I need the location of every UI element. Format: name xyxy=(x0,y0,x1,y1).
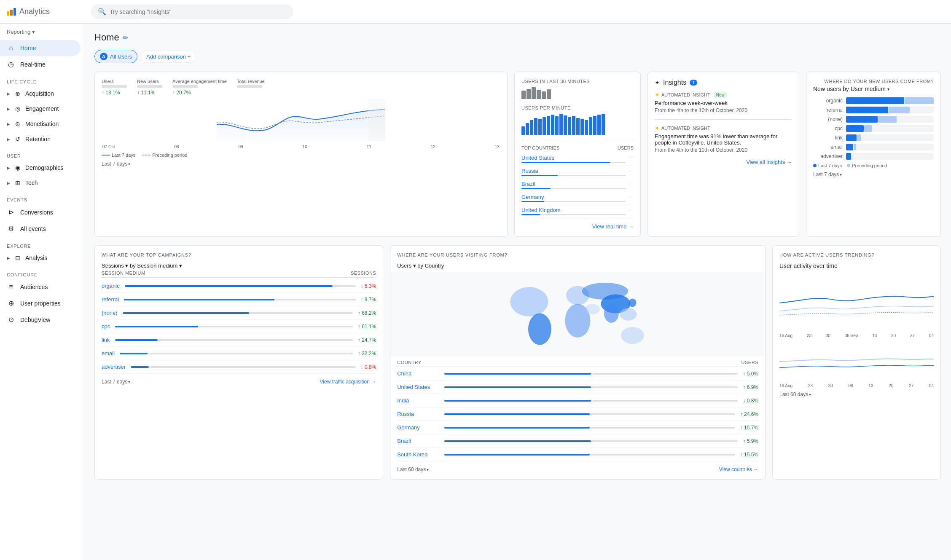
date-range-dropdown[interactable]: Last 7 days ▾ xyxy=(102,161,130,167)
map-date-dropdown[interactable]: Last 60 days ▾ xyxy=(397,466,429,472)
chart-label-1: 08 xyxy=(174,145,179,149)
sidebar-item-home[interactable]: ⌂ Home xyxy=(0,40,81,56)
date-range-label: Last 7 days xyxy=(102,161,127,167)
map-row-bar-bg xyxy=(444,454,735,456)
sidebar-item-conversions[interactable]: ⊳ Conversions xyxy=(0,204,81,220)
search-bar[interactable]: 🔍 xyxy=(91,4,293,19)
axis-label: 23 xyxy=(808,383,813,388)
svg-point-18 xyxy=(585,304,600,314)
sidebar-item-tech[interactable]: ▶ ⊞ Tech xyxy=(0,175,84,190)
map-country-name[interactable]: Brazil xyxy=(397,438,439,444)
sidebar-item-acquisition[interactable]: ▶ ⊕ Acquisition xyxy=(0,86,84,101)
row-label[interactable]: organic xyxy=(102,283,120,289)
row-value: ↑ 24.7% xyxy=(358,337,376,343)
map-country-name[interactable]: South Korea xyxy=(397,451,439,458)
country-users-value: — xyxy=(626,207,634,216)
row-label[interactable]: cpc xyxy=(102,323,110,330)
auto-label-text-1: AUTOMATED INSIGHT xyxy=(661,126,710,131)
page-title: Home xyxy=(94,32,119,43)
row-label[interactable]: referral xyxy=(102,296,119,303)
sidebar-item-monetisation[interactable]: ▶ ⊙ Monetisation xyxy=(0,116,84,131)
logo-bar1 xyxy=(7,11,9,16)
arrow-icon: ▶ xyxy=(7,107,10,111)
sidebar-item-retention[interactable]: ▶ ↺ Retention xyxy=(0,131,84,147)
map-country-name[interactable]: United States xyxy=(397,384,439,390)
users-last30-title: USERS IN LAST 30 MINUTES xyxy=(521,79,634,84)
hbar-fill-blue xyxy=(846,97,904,104)
audiences-icon: ≡ xyxy=(7,283,15,291)
country-users-value: — xyxy=(626,181,634,190)
edit-icon[interactable]: ✏ xyxy=(123,34,128,42)
hbar-row: advertiser xyxy=(813,153,934,160)
campaigns-date-dropdown[interactable]: Last 7 days ▾ xyxy=(102,379,130,385)
monetisation-label: Monetisation xyxy=(25,121,59,127)
hbar-fill-blue xyxy=(846,153,851,160)
legend-solid-line xyxy=(102,155,110,155)
map-country-name[interactable]: India xyxy=(397,397,439,404)
row-bar-area xyxy=(124,299,355,300)
new-users-date-dropdown[interactable]: Last 7 days ▾ xyxy=(813,171,842,177)
arrow-icon: ▶ xyxy=(7,137,10,142)
row-label[interactable]: advertiser xyxy=(102,364,126,370)
country-name[interactable]: United Kingdom xyxy=(521,207,626,213)
world-map-card: WHERE ARE YOUR USERS VISITING FROM? User… xyxy=(390,245,766,480)
hbar-row: referral xyxy=(813,107,934,113)
all-users-icon: A xyxy=(100,53,107,60)
map-table-selector[interactable]: Users ▾ by Country xyxy=(397,263,758,269)
mini-bar-item xyxy=(572,116,575,135)
new-users-date-label: Last 7 days xyxy=(813,171,839,177)
retention-icon: ↺ xyxy=(15,136,20,142)
sidebar-item-audiences[interactable]: ≡ Audiences xyxy=(0,279,81,295)
search-input[interactable] xyxy=(110,8,287,15)
country-name[interactable]: Brazil xyxy=(521,181,626,187)
view-all-insights-link[interactable]: View all insights → xyxy=(655,159,792,165)
map-section-title: WHERE ARE YOUR USERS VISITING FROM? xyxy=(397,252,758,257)
country-name[interactable]: Russia xyxy=(521,168,626,174)
add-comparison-chip[interactable]: Add comparison + xyxy=(141,51,196,63)
sidebar-item-demographics[interactable]: ▶ ◉ Demographics xyxy=(0,160,84,175)
row-label[interactable]: link xyxy=(102,337,110,343)
auto-label-text-0: AUTOMATED INSIGHT xyxy=(661,92,710,97)
divider xyxy=(521,140,634,140)
legend-dashed: Preceding period xyxy=(142,153,187,158)
map-country-name[interactable]: China xyxy=(397,370,439,377)
row-bar-bg xyxy=(125,285,356,287)
sidebar-item-userproperties[interactable]: ⊕ User properties xyxy=(0,295,81,311)
country-name[interactable]: Germany xyxy=(521,194,626,200)
view-countries-link[interactable]: View countries → xyxy=(719,466,758,472)
where-header: WHERE DO YOUR NEW USERS COME FROM? xyxy=(813,79,934,84)
all-users-chip[interactable]: A All Users xyxy=(94,50,137,63)
map-row-bar-area xyxy=(444,386,738,388)
all-users-label: All Users xyxy=(110,54,132,60)
row-label[interactable]: (none) xyxy=(102,310,118,316)
analysis-label: Analysis xyxy=(25,255,47,261)
country-name[interactable]: United States xyxy=(521,155,626,161)
country-bar-bg xyxy=(521,175,626,176)
metric-newusers-bar xyxy=(137,85,162,88)
horiz-bar-chart: organic referral (none) cpc link email xyxy=(813,97,934,160)
map-country-name[interactable]: Russia xyxy=(397,411,439,417)
col-sessions: SESSIONS xyxy=(351,271,376,276)
sidebar-item-engagement[interactable]: ▶ ◎ Engagement xyxy=(0,101,84,116)
search-icon: 🔍 xyxy=(98,8,106,16)
map-country-value: ↑ 5.0% xyxy=(743,371,758,377)
campaigns-date-arrow-icon: ▾ xyxy=(128,380,130,384)
sidebar-item-debugview[interactable]: ⊙ DebugView xyxy=(0,311,81,328)
row-label[interactable]: email xyxy=(102,350,115,356)
sidebar-item-allevents[interactable]: ⚙ All events xyxy=(0,220,81,237)
map-country-name[interactable]: Germany xyxy=(397,424,439,431)
chart-card-footer: Last 7 days ▾ xyxy=(813,171,934,177)
svg-rect-2 xyxy=(527,89,531,99)
sidebar-item-analysis[interactable]: ▶ ⊟ Analysis xyxy=(0,250,84,265)
chart-card-legend: Last 7 days Preceding period xyxy=(813,163,934,168)
sidebar-reporting[interactable]: Reporting ▾ xyxy=(0,24,84,40)
insight-desc-1: From the 4th to the 10th of October, 202… xyxy=(655,147,792,154)
campaigns-table-selector[interactable]: Sessions ▾ by Session medium ▾ xyxy=(102,263,376,269)
sidebar-item-realtime[interactable]: ◷ Real-time xyxy=(0,56,81,72)
campaigns-section-title: WHAT ARE YOUR TOP CAMPAIGNS? xyxy=(102,252,376,257)
activity-date-dropdown[interactable]: Last 60 days ▾ xyxy=(779,391,811,397)
view-realtime-link[interactable]: View real time → xyxy=(521,223,634,230)
row1: Users ↑ 13.1% New users ↑ 11.1% Average … xyxy=(94,72,941,237)
new-users-chart-title[interactable]: New users by User medium ▾ xyxy=(813,86,934,92)
view-traffic-link[interactable]: View traffic acquisition → xyxy=(320,379,376,385)
